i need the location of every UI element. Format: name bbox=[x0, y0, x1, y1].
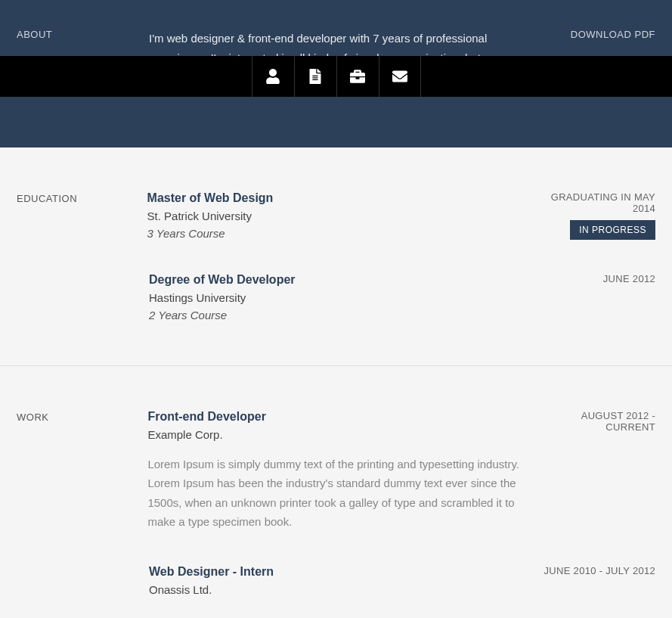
nav-about[interactable] bbox=[252, 56, 294, 97]
education-school: Hastings University bbox=[149, 291, 534, 304]
nav-portfolio[interactable] bbox=[336, 56, 379, 97]
in-progress-badge: IN PROGRESS bbox=[570, 220, 655, 240]
work-date: AUGUST 2012 - CURRENT bbox=[530, 410, 655, 433]
work-title: Front-end Developer bbox=[147, 410, 529, 424]
education-title: Master of Web Design bbox=[147, 191, 528, 205]
education-title: Degree of Web Developer bbox=[149, 273, 534, 287]
work-main: Web Designer - Intern Onassis Ltd. bbox=[149, 565, 534, 601]
work-company: Example Corp. bbox=[147, 428, 529, 441]
work-item: Web Designer - Intern Onassis Ltd. JUNE … bbox=[17, 565, 655, 601]
section-label: EDUCATION bbox=[17, 191, 147, 240]
envelope-icon bbox=[392, 69, 407, 84]
education-main: Master of Web Design St. Patrick Univers… bbox=[147, 191, 528, 240]
user-icon bbox=[265, 69, 280, 84]
work-meta: AUGUST 2012 - CURRENT bbox=[530, 410, 655, 532]
education-school: St. Patrick University bbox=[147, 210, 528, 222]
education-date: JUNE 2012 bbox=[603, 273, 655, 284]
work-section: WORK Front-end Developer Example Corp. L… bbox=[0, 366, 672, 616]
education-meta: JUNE 2012 bbox=[603, 273, 655, 321]
work-date: JUNE 2010 - JULY 2012 bbox=[544, 565, 655, 576]
education-duration: 2 Years Course bbox=[149, 309, 534, 321]
work-description: Lorem Ipsum is simply dummy text of the … bbox=[147, 455, 529, 532]
section-label: WORK bbox=[17, 410, 147, 532]
work-item: WORK Front-end Developer Example Corp. L… bbox=[17, 410, 655, 532]
nav-contact[interactable] bbox=[379, 56, 421, 97]
nav-bar bbox=[0, 56, 672, 97]
education-section: EDUCATION Master of Web Design St. Patri… bbox=[0, 148, 672, 366]
briefcase-icon bbox=[350, 69, 365, 84]
nav-resume[interactable] bbox=[294, 56, 336, 97]
file-icon bbox=[308, 69, 323, 84]
education-item: Degree of Web Developer Hastings Univers… bbox=[17, 273, 655, 321]
work-main: Front-end Developer Example Corp. Lorem … bbox=[147, 410, 529, 532]
education-date: GRADUATING IN MAY 2014 bbox=[527, 191, 655, 214]
work-company: Onassis Ltd. bbox=[149, 583, 534, 596]
work-title: Web Designer - Intern bbox=[149, 565, 534, 579]
education-item: EDUCATION Master of Web Design St. Patri… bbox=[17, 191, 655, 240]
hero-section: ABOUT I'm web designer & front-end devel… bbox=[0, 0, 672, 148]
education-duration: 3 Years Course bbox=[147, 227, 528, 240]
work-meta: JUNE 2010 - JULY 2012 bbox=[544, 565, 655, 601]
education-meta: GRADUATING IN MAY 2014 IN PROGRESS bbox=[527, 191, 655, 240]
section-label-empty bbox=[17, 565, 149, 601]
education-main: Degree of Web Developer Hastings Univers… bbox=[149, 273, 534, 321]
section-label-empty bbox=[17, 273, 149, 321]
